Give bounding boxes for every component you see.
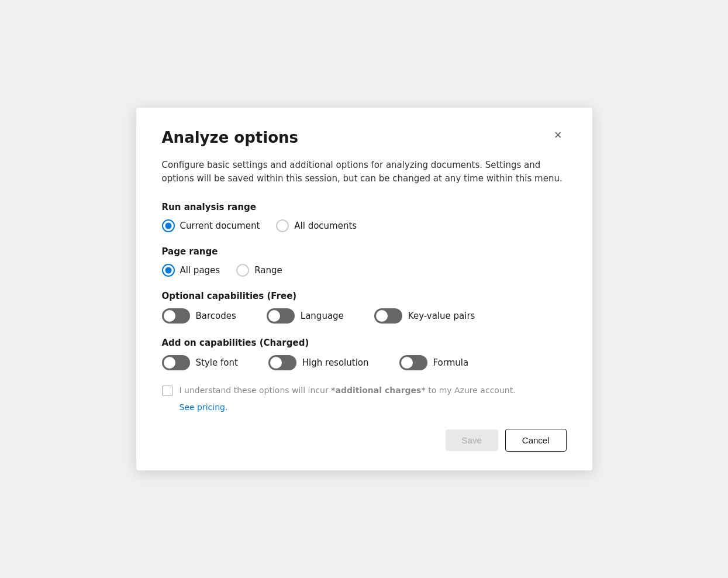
dialog-header: Analyze options ×	[162, 129, 567, 147]
range-radio[interactable]	[236, 264, 249, 277]
range-option[interactable]: Range	[236, 264, 282, 277]
page-range-section: Page range All pages Range	[162, 246, 567, 277]
key-value-pairs-toggle[interactable]	[374, 308, 402, 324]
charges-notice-section: I understand these options will incur *a…	[162, 384, 567, 412]
analyze-options-dialog: Analyze options × Configure basic settin…	[136, 108, 592, 471]
dialog-description: Configure basic settings and additional …	[162, 159, 567, 186]
all-pages-radio[interactable]	[162, 264, 175, 277]
style-font-toggle[interactable]	[162, 355, 190, 370]
formula-thumb	[401, 357, 413, 369]
cancel-button[interactable]: Cancel	[505, 429, 567, 452]
language-label: Language	[301, 311, 344, 321]
formula-toggle[interactable]	[399, 355, 427, 370]
language-toggle-item: Language	[267, 308, 344, 324]
charges-bold-text: *additional charges*	[331, 386, 426, 395]
current-document-option[interactable]: Current document	[162, 219, 260, 232]
see-pricing-link[interactable]: See pricing.	[180, 402, 228, 412]
all-documents-label: All documents	[294, 221, 357, 231]
charges-checkbox-row: I understand these options will incur *a…	[162, 384, 567, 397]
barcodes-toggle-item: Barcodes	[162, 308, 236, 324]
charges-acknowledge-checkbox[interactable]	[162, 386, 172, 396]
high-resolution-toggle[interactable]	[268, 355, 296, 370]
close-button[interactable]: ×	[550, 126, 567, 144]
language-toggle[interactable]	[267, 308, 295, 324]
page-range-label: Page range	[162, 246, 567, 257]
charges-notice-text: I understand these options will incur *a…	[180, 384, 516, 397]
addon-capabilities-section: Add on capabilities (Charged) Style font…	[162, 338, 567, 370]
page-range-group: All pages Range	[162, 264, 567, 277]
formula-label: Formula	[433, 357, 469, 368]
run-analysis-range-section: Run analysis range Current document All …	[162, 202, 567, 232]
addon-capabilities-toggles: Style font High resolution Formula	[162, 355, 567, 370]
current-document-radio[interactable]	[162, 219, 175, 232]
key-value-pairs-toggle-item: Key-value pairs	[374, 308, 475, 324]
save-button[interactable]: Save	[446, 429, 498, 451]
barcodes-toggle[interactable]	[162, 308, 190, 324]
dialog-footer: Save Cancel	[162, 429, 567, 452]
addon-capabilities-label: Add on capabilities (Charged)	[162, 338, 567, 348]
dialog-title: Analyze options	[162, 129, 299, 147]
barcodes-thumb	[164, 310, 175, 322]
key-value-pairs-label: Key-value pairs	[408, 311, 475, 321]
run-analysis-range-label: Run analysis range	[162, 202, 567, 212]
current-document-label: Current document	[180, 221, 260, 231]
all-documents-radio[interactable]	[276, 219, 289, 232]
optional-capabilities-toggles: Barcodes Language Key-value pairs	[162, 308, 567, 324]
optional-capabilities-section: Optional capabilities (Free) Barcodes La…	[162, 291, 567, 324]
barcodes-label: Barcodes	[196, 311, 236, 321]
all-documents-option[interactable]: All documents	[276, 219, 357, 232]
all-pages-option[interactable]: All pages	[162, 264, 220, 277]
high-resolution-toggle-item: High resolution	[268, 355, 369, 370]
high-resolution-label: High resolution	[302, 357, 369, 368]
formula-toggle-item: Formula	[399, 355, 469, 370]
style-font-thumb	[164, 357, 175, 369]
range-label: Range	[254, 265, 282, 276]
style-font-toggle-item: Style font	[162, 355, 238, 370]
optional-capabilities-label: Optional capabilities (Free)	[162, 291, 567, 301]
all-pages-label: All pages	[180, 265, 220, 276]
style-font-label: Style font	[196, 357, 238, 368]
run-analysis-range-group: Current document All documents	[162, 219, 567, 232]
